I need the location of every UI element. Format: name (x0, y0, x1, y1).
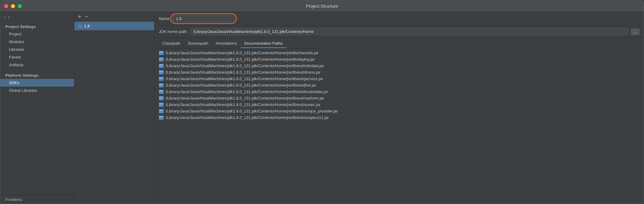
classpath-item-path: /Library/Java/JavaVirtualMachines/jdk1.8… (166, 109, 338, 113)
forward-arrow[interactable]: › (8, 14, 10, 20)
folder-icon: 🗂 (78, 23, 82, 28)
sidebar-item-modules[interactable]: Modules (0, 38, 74, 46)
titlebar: Project Structure (0, 0, 644, 12)
name-input[interactable] (173, 15, 234, 22)
jdk-path-browse-button[interactable]: ... (631, 29, 639, 35)
classpath-item-path: /Library/Java/JavaVirtualMachines/jdk1.8… (166, 96, 324, 100)
classpath-item: /Library/Java/JavaVirtualMachines/jdk1.8… (155, 75, 644, 82)
classpath-item-path: /Library/Java/JavaVirtualMachines/jdk1.8… (166, 89, 328, 94)
project-settings-section-label: Project Settings (0, 22, 74, 30)
classpath-item-path: /Library/Java/JavaVirtualMachines/jdk1.8… (166, 63, 324, 68)
tab-classpath[interactable]: Classpath (159, 39, 184, 48)
jar-icon (159, 83, 164, 88)
jdk-path-row: JDK home path: ... (155, 26, 644, 38)
classpath-item: /Library/Java/JavaVirtualMachines/jdk1.8… (155, 82, 644, 88)
sidebar: ‹ › Project Settings Project Modules Lib… (0, 12, 74, 204)
classpath-item-path: /Library/Java/JavaVirtualMachines/jdk1.8… (166, 51, 318, 55)
classpath-item: /Library/Java/JavaVirtualMachines/jdk1.8… (155, 108, 644, 114)
jar-icon (159, 96, 164, 100)
sidebar-item-project[interactable]: Project (0, 30, 74, 38)
name-label: Name (159, 16, 170, 21)
traffic-lights (4, 4, 22, 8)
add-sdk-button[interactable]: + (77, 14, 82, 19)
sidebar-item-global-libraries[interactable]: Global Libraries (0, 87, 74, 94)
close-button[interactable] (4, 4, 8, 8)
maximize-button[interactable] (18, 4, 22, 8)
tab-sourcepath[interactable]: Sourcepath (184, 39, 212, 48)
tab-annotations[interactable]: Annotations (212, 39, 241, 48)
classpath-list[interactable]: /Library/Java/JavaVirtualMachines/jdk1.8… (155, 48, 644, 204)
classpath-item: /Library/Java/JavaVirtualMachines/jdk1.8… (155, 101, 644, 108)
platform-settings-section-label: Platform Settings (0, 71, 74, 79)
jar-icon (159, 90, 164, 94)
classpath-item: /Library/Java/JavaVirtualMachines/jdk1.8… (155, 114, 644, 121)
sidebar-item-artifacts[interactable]: Artifacts (0, 61, 74, 69)
sdk-toolbar: + − (74, 12, 154, 22)
classpath-item: /Library/Java/JavaVirtualMachines/jdk1.8… (155, 56, 644, 63)
nav-arrows: ‹ › (0, 12, 74, 22)
classpath-item-path: /Library/Java/JavaVirtualMachines/jdk1.8… (166, 115, 329, 120)
sidebar-item-problems[interactable]: Problems (0, 195, 74, 204)
jar-icon (159, 51, 164, 55)
project-structure-window: Project Structure ‹ › Project Settings P… (0, 0, 644, 204)
sdk-panel: + − 🗂 1.8 (74, 12, 155, 204)
classpath-item-path: /Library/Java/JavaVirtualMachines/jdk1.8… (166, 83, 316, 88)
main-content: ‹ › Project Settings Project Modules Lib… (0, 12, 644, 204)
window-title: Project Structure (306, 4, 338, 9)
sdk-item-label: 1.8 (84, 24, 90, 28)
back-arrow[interactable]: ‹ (4, 14, 6, 20)
classpath-item: /Library/Java/JavaVirtualMachines/jdk1.8… (155, 63, 644, 69)
classpath-item-path: /Library/Java/JavaVirtualMachines/jdk1.8… (166, 57, 315, 62)
classpath-item-path: /Library/Java/JavaVirtualMachines/jdk1.8… (166, 70, 320, 75)
jar-icon (159, 103, 164, 107)
jar-icon (159, 70, 164, 75)
classpath-item: /Library/Java/JavaVirtualMachines/jdk1.8… (155, 50, 644, 56)
jdk-path-label: JDK home path: (159, 29, 188, 34)
classpath-item-path: /Library/Java/JavaVirtualMachines/jdk1.8… (166, 76, 323, 81)
jar-icon (159, 109, 164, 113)
sdk-list-item[interactable]: 🗂 1.8 (74, 22, 154, 30)
jar-icon (159, 77, 164, 81)
name-input-wrapper (173, 15, 234, 22)
classpath-item: /Library/Java/JavaVirtualMachines/jdk1.8… (155, 69, 644, 75)
jdk-path-input[interactable] (191, 28, 628, 35)
minimize-button[interactable] (11, 4, 15, 8)
classpath-item: /Library/Java/JavaVirtualMachines/jdk1.8… (155, 88, 644, 95)
remove-sdk-button[interactable]: − (85, 14, 89, 19)
jar-icon (159, 64, 164, 68)
name-row: Name (155, 12, 644, 26)
sdk-list: 🗂 1.8 (74, 22, 154, 204)
sidebar-item-libraries[interactable]: Libraries (0, 46, 74, 53)
detail-panel: Name JDK home path: ... Classpath Source… (155, 12, 644, 204)
classpath-item: /Library/Java/JavaVirtualMachines/jdk1.8… (155, 95, 644, 101)
sidebar-item-facets[interactable]: Facets (0, 53, 74, 61)
tabs-row: Classpath Sourcepath Annotations Documen… (155, 38, 644, 48)
tab-documentation-paths[interactable]: Documentation Paths (241, 39, 286, 48)
classpath-item-path: /Library/Java/JavaVirtualMachines/jdk1.8… (166, 102, 320, 107)
sidebar-item-sdks[interactable]: SDKs (0, 79, 74, 87)
sidebar-divider (0, 69, 74, 71)
jar-icon (159, 57, 164, 62)
jar-icon (159, 116, 164, 120)
